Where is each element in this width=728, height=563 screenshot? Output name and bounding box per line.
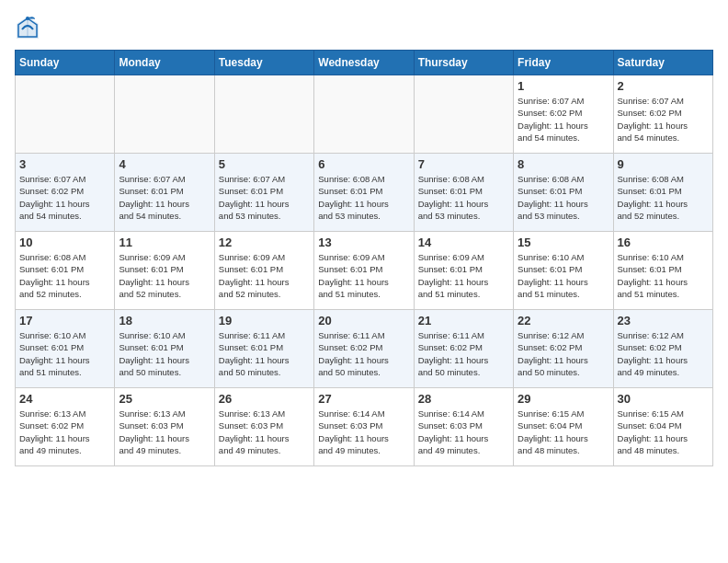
day-number: 6 bbox=[318, 157, 409, 171]
calendar-cell: 18Sunrise: 6:10 AM Sunset: 6:01 PM Dayli… bbox=[115, 310, 214, 388]
day-number: 3 bbox=[19, 157, 110, 171]
day-number: 18 bbox=[119, 314, 210, 327]
week-row: 24Sunrise: 6:13 AM Sunset: 6:02 PM Dayli… bbox=[16, 388, 713, 466]
calendar-cell: 11Sunrise: 6:09 AM Sunset: 6:01 PM Dayli… bbox=[115, 232, 214, 310]
page-header bbox=[15, 15, 713, 40]
day-number: 23 bbox=[618, 314, 709, 327]
day-info: Sunrise: 6:09 AM Sunset: 6:01 PM Dayligh… bbox=[119, 251, 210, 300]
calendar-cell bbox=[314, 75, 414, 154]
day-info: Sunrise: 6:08 AM Sunset: 6:01 PM Dayligh… bbox=[618, 173, 709, 222]
day-number: 20 bbox=[318, 314, 409, 327]
day-info: Sunrise: 6:08 AM Sunset: 6:01 PM Dayligh… bbox=[318, 173, 409, 222]
day-of-week-header: Monday bbox=[115, 51, 214, 75]
day-number: 27 bbox=[318, 392, 409, 406]
calendar-cell: 15Sunrise: 6:10 AM Sunset: 6:01 PM Dayli… bbox=[514, 232, 613, 310]
calendar-cell: 19Sunrise: 6:11 AM Sunset: 6:01 PM Dayli… bbox=[214, 310, 313, 388]
calendar-cell: 4Sunrise: 6:07 AM Sunset: 6:01 PM Daylig… bbox=[115, 154, 214, 232]
day-info: Sunrise: 6:14 AM Sunset: 6:03 PM Dayligh… bbox=[318, 408, 409, 456]
day-info: Sunrise: 6:11 AM Sunset: 6:02 PM Dayligh… bbox=[418, 329, 509, 378]
calendar-cell: 23Sunrise: 6:12 AM Sunset: 6:02 PM Dayli… bbox=[613, 310, 712, 388]
day-number: 8 bbox=[518, 157, 609, 171]
calendar-cell: 8Sunrise: 6:08 AM Sunset: 6:01 PM Daylig… bbox=[514, 154, 613, 232]
day-number: 7 bbox=[418, 157, 509, 171]
day-info: Sunrise: 6:13 AM Sunset: 6:03 PM Dayligh… bbox=[219, 408, 310, 456]
day-info: Sunrise: 6:12 AM Sunset: 6:02 PM Dayligh… bbox=[618, 329, 709, 378]
calendar-table: SundayMondayTuesdayWednesdayThursdayFrid… bbox=[15, 50, 713, 466]
day-number: 10 bbox=[19, 236, 110, 249]
calendar-cell: 7Sunrise: 6:08 AM Sunset: 6:01 PM Daylig… bbox=[414, 154, 513, 232]
day-info: Sunrise: 6:11 AM Sunset: 6:01 PM Dayligh… bbox=[219, 329, 310, 378]
week-row: 1Sunrise: 6:07 AM Sunset: 6:02 PM Daylig… bbox=[16, 75, 713, 154]
day-number: 26 bbox=[219, 392, 310, 406]
day-of-week-header: Thursday bbox=[414, 51, 513, 75]
calendar-cell: 2Sunrise: 6:07 AM Sunset: 6:02 PM Daylig… bbox=[613, 75, 712, 154]
day-of-week-header: Tuesday bbox=[214, 51, 313, 75]
logo-icon bbox=[15, 15, 40, 40]
day-info: Sunrise: 6:09 AM Sunset: 6:01 PM Dayligh… bbox=[318, 251, 409, 300]
day-number: 13 bbox=[318, 236, 409, 249]
calendar-cell: 14Sunrise: 6:09 AM Sunset: 6:01 PM Dayli… bbox=[414, 232, 513, 310]
day-number: 21 bbox=[418, 314, 509, 327]
calendar-cell: 12Sunrise: 6:09 AM Sunset: 6:01 PM Dayli… bbox=[214, 232, 313, 310]
calendar-cell: 25Sunrise: 6:13 AM Sunset: 6:03 PM Dayli… bbox=[115, 388, 214, 466]
week-row: 17Sunrise: 6:10 AM Sunset: 6:01 PM Dayli… bbox=[16, 310, 713, 388]
day-info: Sunrise: 6:10 AM Sunset: 6:01 PM Dayligh… bbox=[618, 251, 709, 300]
day-of-week-header: Saturday bbox=[613, 51, 712, 75]
calendar-cell: 26Sunrise: 6:13 AM Sunset: 6:03 PM Dayli… bbox=[214, 388, 313, 466]
calendar-cell: 28Sunrise: 6:14 AM Sunset: 6:03 PM Dayli… bbox=[414, 388, 513, 466]
day-info: Sunrise: 6:15 AM Sunset: 6:04 PM Dayligh… bbox=[618, 408, 709, 456]
calendar-cell: 13Sunrise: 6:09 AM Sunset: 6:01 PM Dayli… bbox=[314, 232, 414, 310]
calendar-cell: 5Sunrise: 6:07 AM Sunset: 6:01 PM Daylig… bbox=[214, 154, 313, 232]
day-info: Sunrise: 6:07 AM Sunset: 6:02 PM Dayligh… bbox=[618, 95, 709, 144]
day-info: Sunrise: 6:07 AM Sunset: 6:01 PM Dayligh… bbox=[219, 173, 310, 222]
calendar-body: 1Sunrise: 6:07 AM Sunset: 6:02 PM Daylig… bbox=[16, 75, 713, 466]
calendar-cell: 21Sunrise: 6:11 AM Sunset: 6:02 PM Dayli… bbox=[414, 310, 513, 388]
day-number: 2 bbox=[618, 79, 709, 93]
calendar-cell: 17Sunrise: 6:10 AM Sunset: 6:01 PM Dayli… bbox=[16, 310, 115, 388]
day-info: Sunrise: 6:07 AM Sunset: 6:01 PM Dayligh… bbox=[119, 173, 210, 222]
day-number: 19 bbox=[219, 314, 310, 327]
day-number: 11 bbox=[119, 236, 210, 249]
day-number: 15 bbox=[518, 236, 609, 249]
day-info: Sunrise: 6:09 AM Sunset: 6:01 PM Dayligh… bbox=[219, 251, 310, 300]
day-info: Sunrise: 6:11 AM Sunset: 6:02 PM Dayligh… bbox=[318, 329, 409, 378]
day-number: 12 bbox=[219, 236, 310, 249]
week-row: 10Sunrise: 6:08 AM Sunset: 6:01 PM Dayli… bbox=[16, 232, 713, 310]
calendar-cell: 30Sunrise: 6:15 AM Sunset: 6:04 PM Dayli… bbox=[613, 388, 712, 466]
day-info: Sunrise: 6:09 AM Sunset: 6:01 PM Dayligh… bbox=[418, 251, 509, 300]
calendar-cell: 29Sunrise: 6:15 AM Sunset: 6:04 PM Dayli… bbox=[514, 388, 613, 466]
calendar-cell: 1Sunrise: 6:07 AM Sunset: 6:02 PM Daylig… bbox=[514, 75, 613, 154]
day-info: Sunrise: 6:08 AM Sunset: 6:01 PM Dayligh… bbox=[19, 251, 110, 300]
day-number: 16 bbox=[618, 236, 709, 249]
day-number: 1 bbox=[518, 79, 609, 93]
day-number: 5 bbox=[219, 157, 310, 171]
calendar-cell: 9Sunrise: 6:08 AM Sunset: 6:01 PM Daylig… bbox=[613, 154, 712, 232]
day-of-week-header: Sunday bbox=[16, 51, 115, 75]
calendar-cell bbox=[214, 75, 313, 154]
calendar-cell: 24Sunrise: 6:13 AM Sunset: 6:02 PM Dayli… bbox=[16, 388, 115, 466]
calendar-cell: 3Sunrise: 6:07 AM Sunset: 6:02 PM Daylig… bbox=[16, 154, 115, 232]
day-info: Sunrise: 6:07 AM Sunset: 6:02 PM Dayligh… bbox=[518, 95, 609, 144]
calendar-cell bbox=[16, 75, 115, 154]
day-info: Sunrise: 6:10 AM Sunset: 6:01 PM Dayligh… bbox=[518, 251, 609, 300]
calendar-cell bbox=[414, 75, 513, 154]
calendar-cell: 16Sunrise: 6:10 AM Sunset: 6:01 PM Dayli… bbox=[613, 232, 712, 310]
day-info: Sunrise: 6:12 AM Sunset: 6:02 PM Dayligh… bbox=[518, 329, 609, 378]
day-info: Sunrise: 6:13 AM Sunset: 6:03 PM Dayligh… bbox=[119, 408, 210, 456]
day-number: 4 bbox=[119, 157, 210, 171]
day-info: Sunrise: 6:14 AM Sunset: 6:03 PM Dayligh… bbox=[418, 408, 509, 456]
day-number: 22 bbox=[518, 314, 609, 327]
day-number: 17 bbox=[19, 314, 110, 327]
day-of-week-header: Friday bbox=[514, 51, 613, 75]
day-info: Sunrise: 6:08 AM Sunset: 6:01 PM Dayligh… bbox=[518, 173, 609, 222]
calendar-cell: 22Sunrise: 6:12 AM Sunset: 6:02 PM Dayli… bbox=[514, 310, 613, 388]
day-number: 24 bbox=[19, 392, 110, 406]
week-row: 3Sunrise: 6:07 AM Sunset: 6:02 PM Daylig… bbox=[16, 154, 713, 232]
day-info: Sunrise: 6:08 AM Sunset: 6:01 PM Dayligh… bbox=[418, 173, 509, 222]
day-number: 14 bbox=[418, 236, 509, 249]
day-number: 29 bbox=[518, 392, 609, 406]
day-number: 25 bbox=[119, 392, 210, 406]
calendar-cell: 6Sunrise: 6:08 AM Sunset: 6:01 PM Daylig… bbox=[314, 154, 414, 232]
day-number: 9 bbox=[618, 157, 709, 171]
day-header-row: SundayMondayTuesdayWednesdayThursdayFrid… bbox=[16, 51, 713, 75]
